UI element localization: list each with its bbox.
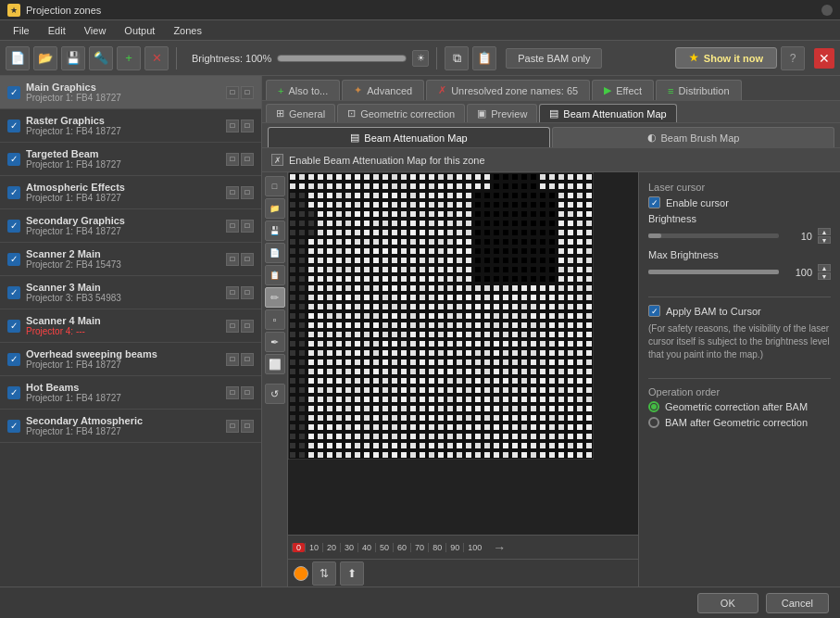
sidebar-item-raster-graphics[interactable]: ✓ Raster Graphics Projector 1: FB4 18727… xyxy=(0,109,261,143)
sidebar-item-scanner-3-main[interactable]: ✓ Scanner 3 Main Projector 3: FB3 54983 … xyxy=(0,276,261,309)
mini-btn-1[interactable]: □ xyxy=(226,320,239,333)
mini-btn-2[interactable]: □ xyxy=(241,220,254,233)
help-button[interactable]: ? xyxy=(781,46,805,70)
mini-btn-1[interactable]: □ xyxy=(226,120,239,132)
cancel-button[interactable]: Cancel xyxy=(766,593,829,613)
close-button[interactable]: ✕ xyxy=(814,48,834,69)
tool-save[interactable]: 💾 xyxy=(265,221,285,241)
ruler-mark-60[interactable]: 60 xyxy=(393,543,410,552)
arrange-button[interactable]: ⇅ xyxy=(312,561,336,586)
sidebar-item-scanner-4-main[interactable]: ✓ Scanner 4 Main Projector 4: --- □ □ xyxy=(0,309,261,343)
mini-btn-1[interactable]: □ xyxy=(226,253,239,266)
mini-btn-1[interactable]: □ xyxy=(226,286,239,299)
brightness-mini-slider[interactable] xyxy=(648,233,779,238)
ruler-mark-50[interactable]: 50 xyxy=(375,543,393,552)
mini-btn-2[interactable]: □ xyxy=(241,353,254,366)
bam-tab-brush[interactable]: ◐ Beam Brush Map xyxy=(552,127,834,147)
mini-btn-2[interactable]: □ xyxy=(241,86,254,99)
sidebar-item-secondary-graphics[interactable]: ✓ Secondary Graphics Projector 1: FB4 18… xyxy=(0,209,261,243)
apply-bam-checkbox[interactable]: ✓ xyxy=(648,305,660,317)
enable-cursor-checkbox[interactable]: ✓ xyxy=(648,196,660,208)
sidebar-item-targeted-beam[interactable]: ✓ Targeted Beam Projector 1: FB4 18727 □… xyxy=(0,143,261,176)
tab-distribution[interactable]: ≡ Distribution xyxy=(656,80,741,100)
tab-also-to[interactable]: + Also to... xyxy=(266,80,340,100)
mini-btn-2[interactable]: □ xyxy=(241,120,254,132)
brightness-spin-up[interactable]: ▲ xyxy=(818,228,831,235)
tool-rect[interactable]: ⬜ xyxy=(265,354,285,374)
radio-geom-after-bam[interactable] xyxy=(648,401,659,412)
export-button[interactable]: ⬆ xyxy=(340,561,364,586)
save-button[interactable]: 💾 xyxy=(61,46,85,70)
add-button[interactable]: + xyxy=(117,46,141,70)
menu-edit[interactable]: Edit xyxy=(39,23,75,38)
tool-paste[interactable]: 📋 xyxy=(265,265,285,285)
enable-bam-checkbox[interactable]: ✗ xyxy=(271,154,283,166)
sidebar-item-atmospheric-effects[interactable]: ✓ Atmospheric Effects Projector 1: FB4 1… xyxy=(0,176,261,209)
mini-btn-1[interactable]: □ xyxy=(226,220,239,233)
ruler-mark-30[interactable]: 30 xyxy=(340,543,357,552)
tool-undo[interactable]: ↺ xyxy=(265,384,285,404)
mini-btn-2[interactable]: □ xyxy=(241,420,254,433)
ruler-mark-100[interactable]: 100 xyxy=(463,543,485,552)
open-button[interactable]: 📂 xyxy=(33,46,57,70)
new-button[interactable]: 📄 xyxy=(6,46,30,70)
bam-tab-attenuation[interactable]: ▤ Beam Attenuation Map xyxy=(268,127,550,147)
mini-btn-2[interactable]: □ xyxy=(241,253,254,266)
mini-btn-2[interactable]: □ xyxy=(241,386,254,399)
sidebar-item-scanner-2-main[interactable]: ✓ Scanner 2 Main Projector 2: FB4 15473 … xyxy=(0,243,261,276)
bam-canvas[interactable] xyxy=(288,172,638,535)
tab-general[interactable]: ⊞ General xyxy=(266,104,335,122)
minimize-button[interactable] xyxy=(821,5,833,16)
copy-bam-button[interactable]: ⧉ xyxy=(445,46,469,70)
tool-pen[interactable]: ✏ xyxy=(265,287,285,308)
tab-unresolved[interactable]: ✗ Unresolved zone names: 65 xyxy=(426,80,590,100)
paste-bam-only-button[interactable]: Paste BAM only xyxy=(506,48,602,69)
ruler-mark-90[interactable]: 90 xyxy=(445,543,463,552)
ruler-mark-40[interactable]: 40 xyxy=(357,543,375,552)
sidebar-item-overhead[interactable]: ✓ Overhead sweeping beams Projector 1: F… xyxy=(0,343,261,376)
tab-advanced[interactable]: ✦ Advanced xyxy=(342,80,424,100)
mini-btn-2[interactable]: □ xyxy=(241,286,254,299)
mini-btn-1[interactable]: □ xyxy=(226,153,239,166)
ok-button[interactable]: OK xyxy=(697,593,759,613)
tab-effect[interactable]: ▶ Effect xyxy=(592,80,654,100)
tool-copy[interactable]: 📄 xyxy=(265,243,285,263)
max-brightness-spin-down[interactable]: ▼ xyxy=(818,272,831,280)
menu-view[interactable]: View xyxy=(75,23,116,38)
ruler-mark-10[interactable]: 10 xyxy=(305,543,322,552)
tab-preview[interactable]: ▣ Preview xyxy=(467,104,537,122)
tab-geometric[interactable]: ⊡ Geometric correction xyxy=(337,104,465,122)
brightness-slider[interactable] xyxy=(277,55,407,62)
color-swatch[interactable] xyxy=(294,566,308,581)
max-brightness-spin-up[interactable]: ▲ xyxy=(818,264,831,271)
ruler-arrow[interactable]: → xyxy=(493,540,506,555)
mini-btn-1[interactable]: □ xyxy=(226,186,239,199)
ruler-mark-80[interactable]: 80 xyxy=(428,543,445,552)
mini-btn-1[interactable]: □ xyxy=(226,353,239,366)
mini-btn-1[interactable]: □ xyxy=(226,386,239,399)
ruler-mark-70[interactable]: 70 xyxy=(410,543,428,552)
radio-bam-after-geom[interactable] xyxy=(648,417,659,428)
sidebar-item-hot-beams[interactable]: ✓ Hot Beams Projector 1: FB4 18727 □ □ xyxy=(0,376,261,410)
mini-btn-2[interactable]: □ xyxy=(241,153,254,166)
bam-drawing-canvas[interactable] xyxy=(288,172,594,460)
tool-new[interactable]: □ xyxy=(265,176,285,196)
tool-eraser[interactable]: ▫ xyxy=(265,309,285,330)
paste-bam-button[interactable]: 📋 xyxy=(472,46,496,70)
tool-open[interactable]: 📁 xyxy=(265,198,285,219)
brightness-icon[interactable]: ☀ xyxy=(412,50,429,67)
menu-zones[interactable]: Zones xyxy=(164,23,211,38)
max-brightness-mini-slider[interactable] xyxy=(648,270,779,274)
ruler-mark-0[interactable]: 0 xyxy=(292,543,305,552)
sidebar-item-secondary-atmospheric[interactable]: ✓ Secondary Atmospheric Projector 1: FB4… xyxy=(0,410,261,443)
tab-bam[interactable]: ▤ Beam Attenuation Map xyxy=(539,104,676,122)
delete-button[interactable]: ✕ xyxy=(144,46,169,70)
tool-paint[interactable]: ✒ xyxy=(265,332,285,352)
ruler-mark-20[interactable]: 20 xyxy=(322,543,340,552)
show-it-now-button[interactable]: ★ Show it now xyxy=(675,47,777,69)
mini-btn-1[interactable]: □ xyxy=(226,86,239,99)
mini-btn-2[interactable]: □ xyxy=(241,320,254,333)
sidebar-item-main-graphics[interactable]: ✓ Main Graphics Projector 1: FB4 18727 □… xyxy=(0,76,261,109)
menu-file[interactable]: File xyxy=(4,23,39,38)
brightness-spin-down[interactable]: ▼ xyxy=(818,236,831,244)
